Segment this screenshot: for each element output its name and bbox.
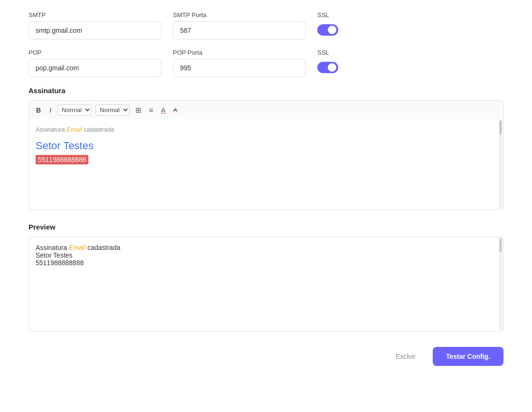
sig-phone-wrap: 5511988888888 [36,155,496,164]
smtp-field: SMTP [28,11,162,39]
smtp-ssl-toggle[interactable] [317,24,338,36]
footer-actions: Excluir Testar Config. [28,347,504,366]
editor-scrollbar-thumb [499,120,502,134]
pop-ssl-toggle[interactable] [317,62,338,73]
pop-ssl-thumb [328,63,336,72]
smtp-row: SMTP SMTP Porta SSL [28,11,504,39]
font-size-select-2[interactable]: Normal [95,105,130,115]
preview-title: Preview [28,223,504,231]
assinatura-toolbar: B I Normal Normal ⊞ ≡ A A [28,100,504,119]
pop-ssl-track [317,62,338,73]
smtp-ssl-track [317,24,338,36]
excluir-button[interactable]: Excluir [386,348,425,365]
pop-porta-input[interactable] [173,59,306,77]
sig-line1: Assinatura Email cadastrada [36,126,496,133]
align-icon[interactable]: ≡ [147,105,155,115]
pop-row: POP POP Porta SSL [28,49,504,77]
bold-button[interactable]: B [34,105,43,115]
preview-sig-line1: Assinatura Email cadastrada [36,244,496,251]
assinatura-editor[interactable]: Assinatura Email cadastrada Setor Testes… [28,119,504,210]
preview-section: Preview Assinatura Email cadastrada Seto… [28,223,504,332]
pop-ssl-toggle-wrap [317,62,338,73]
preview-sig-phone-wrap: 5511988888888 [36,259,496,267]
assinatura-title: Assinatura [28,86,504,95]
smtp-ssl-field: SSL [317,11,338,36]
pop-ssl-field: SSL [317,49,338,73]
page-container: SMTP SMTP Porta SSL POP POP [0,0,532,385]
pop-porta-label: POP Porta [173,49,306,56]
sig-email: Email [66,126,82,133]
strikethrough-icon[interactable]: A [171,105,180,115]
sig-suffix: cadastrada [82,126,114,133]
smtp-label: SMTP [28,11,162,19]
testar-button[interactable]: Testar Config. [433,347,504,366]
pop-label: POP [28,49,162,56]
pop-field: POP [28,49,162,77]
sig-phone: 5511988888888 [36,155,88,164]
pop-porta-field: POP Porta [173,49,306,77]
sig-prefix: Assinatura [36,126,66,133]
preview-sig-name: Setor Testes [36,251,496,259]
font-size-select-1[interactable]: Normal [57,105,92,115]
smtp-ssl-toggle-wrap [317,24,338,36]
smtp-ssl-label: SSL [317,11,338,19]
preview-sig-suffix: cadastrada [86,244,120,251]
preview-scrollbar[interactable] [499,238,502,330]
assinatura-section: Assinatura B I Normal Normal ⊞ ≡ A A Ass… [28,86,504,210]
font-color-icon[interactable]: A [159,105,168,115]
italic-button[interactable]: I [47,105,54,115]
smtp-porta-label: SMTP Porta [173,11,306,19]
smtp-porta-input[interactable] [173,21,306,39]
smtp-porta-field: SMTP Porta [173,11,306,39]
smtp-ssl-thumb [328,26,336,34]
pop-input[interactable] [28,59,162,77]
pop-ssl-label: SSL [317,49,338,56]
smtp-input[interactable] [28,21,162,39]
editor-scrollbar[interactable] [499,120,502,208]
preview-sig-email: Email [69,244,86,251]
preview-sig-phone: 5511988888888 [36,259,84,267]
preview-scrollbar-thumb [499,238,502,252]
preview-sig-prefix: Assinatura [36,244,69,251]
preview-area: Assinatura Email cadastrada Setor Testes… [28,237,504,332]
image-icon[interactable]: ⊞ [133,105,143,115]
sig-name: Setor Testes [36,140,496,152]
